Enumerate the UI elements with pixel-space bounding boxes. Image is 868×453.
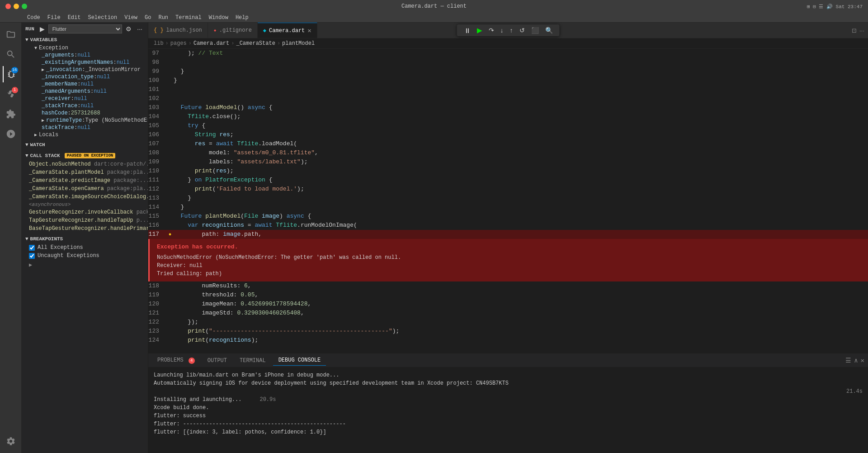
callstack-item-3[interactable]: _CameraState.predictImage package:... [22,176,148,185]
console-content[interactable]: Launching lib/main.dart on Bram's iPhone… [148,367,868,453]
tab-terminal[interactable]: TERMINAL [234,356,271,366]
breadcrumb-lib[interactable]: lib [154,40,164,47]
debug-step-out-button[interactable]: ↑ [508,26,515,35]
problems-badge: 4 [189,358,195,364]
close-dot[interactable] [5,4,11,9]
var-value: _InvocationMirror [85,67,140,73]
breadcrumb-pages[interactable]: pages [170,40,187,47]
code-line-106: 106 String res; [148,130,868,139]
panel-collapse-icon[interactable]: ∧ [854,357,858,364]
var-value: null [80,81,94,87]
breakpoints-arrow-more: ▶ [29,262,32,268]
debug-stop-button[interactable]: ⬛ [529,26,541,35]
expand-icon: ▶ [42,67,44,72]
activity-settings[interactable] [3,433,19,449]
locals-group[interactable]: ▶ Locals [22,131,148,138]
all-exceptions-checkbox[interactable] [29,245,35,251]
callstack-item-2[interactable]: _CameraState.plantModel package:pla... [22,168,148,176]
menu-help[interactable]: Help [236,14,249,21]
variables-header[interactable]: ▼ VARIABLES [22,35,148,44]
menu-code[interactable]: Code [27,14,40,21]
var-arguments[interactable]: _arguments : null [22,52,148,59]
callstack-header[interactable]: ▼ CALL STACK PAUSED ON EXCEPTION [22,151,148,160]
start-debug-button[interactable]: ▶ [38,24,47,33]
breadcrumb-plant-model[interactable]: plantModel [282,40,315,47]
panel-close-icon[interactable]: ✕ [861,357,864,364]
menu-window[interactable]: Window [209,14,228,21]
menu-edit[interactable]: Edit [68,14,81,21]
breadcrumb-camera-state[interactable]: _CameraState [236,40,275,47]
activity-source-control[interactable]: 1 [3,86,19,102]
more-debug-options-button[interactable]: ··· [135,24,144,33]
sidebar: RUN ▶ Flutter ⚙ ··· ▼ VARIABLES ▼ Except… [22,23,148,453]
var-stack-trace[interactable]: _stackTrace : null [22,102,148,110]
tab-camera-dart[interactable]: ◆ Camera.dart ✕ [258,23,317,38]
tab-close-button[interactable]: ✕ [307,27,311,34]
callstack-item-5[interactable]: _CameraState.imageSourceChoiceDialog...<… [22,193,148,201]
var-named-args[interactable]: _namedArguments : null [22,88,148,95]
callstack-item-8[interactable]: BaseTapGestureRecognizer.handlePrimary..… [22,224,148,233]
tab-launch-json[interactable]: { } launch.json [148,23,208,38]
more-actions-button[interactable]: ··· [859,27,864,34]
callstack-item-6[interactable]: GestureRecognizer.invokeCallback package… [22,208,148,216]
console-line-4: Installing and launching...20.9s [154,396,863,404]
debug-continue-button[interactable]: ▶ [475,25,485,35]
var-value: Type (NoSuchMethodError) [85,117,148,124]
activity-extensions[interactable] [3,106,19,122]
debug-step-over-button[interactable]: ↷ [486,26,496,35]
menu-selection[interactable]: Selection [88,14,117,21]
tab-output[interactable]: OUTPUT [202,356,232,366]
editor-area: { } launch.json ⬥ .gitignore ◆ Camera.da… [148,23,868,453]
var-runtime-type[interactable]: ▶ runtimeType : Type (NoSuchMethodError) [22,117,148,124]
activity-search[interactable] [3,46,19,62]
breakpoint-uncaught-exceptions[interactable]: Uncaught Exceptions [22,252,148,260]
debug-inspect-button[interactable]: 🔍 [543,26,555,35]
split-editor-button[interactable]: ⊡ [852,27,857,34]
tab-debug-console[interactable]: DEBUG CONSOLE [273,355,326,366]
paused-badge: PAUSED ON EXCEPTION [65,153,116,158]
callstack-item-4[interactable]: _CameraState.openCamera package:pla... [22,185,148,193]
uncaught-exceptions-checkbox[interactable] [29,253,35,259]
window-controls[interactable] [5,4,27,9]
var-invocation-type[interactable]: _invocation_type : null [22,73,148,81]
code-line-110: 110 print(res); [148,167,868,176]
tab-gitignore[interactable]: ⬥ .gitignore [208,23,258,38]
debug-config-select[interactable]: Flutter [48,24,123,33]
code-content[interactable]: 97 ); // Text 98 99 } [148,49,868,353]
breakpoints-header[interactable]: ▼ BREAKPOINTS [22,234,148,243]
maximize-dot[interactable] [22,4,27,9]
code-line-101: 101 [148,85,868,94]
var-stack-trace-2[interactable]: stackTrace : null [22,124,148,131]
callstack-item-7[interactable]: TapGestureRecognizer.handleTapUp p... [22,216,148,224]
activity-run-test[interactable] [3,126,19,142]
exception-expand-icon: ▼ [34,46,37,51]
console-line-7: flutter: -------------------------------… [154,420,863,428]
var-receiver[interactable]: _receiver : null [22,95,148,102]
menu-terminal[interactable]: Terminal [175,14,202,21]
minimize-dot[interactable] [14,4,19,9]
debug-pause-button[interactable]: ⏸ [462,26,473,35]
callstack-item-1[interactable]: Object.noSuchMethod dart:core-patch/... [22,160,148,168]
debug-step-into-button[interactable]: ↓ [498,26,506,35]
exception-group[interactable]: ▼ Exception [22,44,148,52]
breadcrumb-camera-dart[interactable]: Camera.dart [193,40,229,47]
menu-view[interactable]: View [124,14,137,21]
panel-filter-icon[interactable]: ☰ [845,357,851,364]
var-invocation[interactable]: ▶ _invocation : _InvocationMirror [22,66,148,73]
open-launch-json-button[interactable]: ⚙ [124,24,133,33]
activity-debug[interactable]: 16 [3,66,19,82]
debug-restart-button[interactable]: ↺ [517,26,527,35]
activity-explorer[interactable] [3,26,19,43]
menu-go[interactable]: Go [145,14,151,21]
tab-problems[interactable]: PROBLEMS 4 [152,355,200,366]
breakpoint-all-exceptions[interactable]: All Exceptions [22,243,148,252]
menu-file[interactable]: File [47,14,61,21]
var-member-name[interactable]: _memberName : null [22,81,148,88]
var-value: null [77,124,90,131]
watch-header[interactable]: ▼ WATCH [22,140,148,149]
menu-run[interactable]: Run [158,14,168,21]
watch-title: WATCH [30,142,45,148]
var-key: _receiver [42,95,71,102]
var-hash-code[interactable]: hashCode : 257312688 [22,110,148,117]
var-existing-arg-names[interactable]: _existingArgumentNames : null [22,59,148,66]
